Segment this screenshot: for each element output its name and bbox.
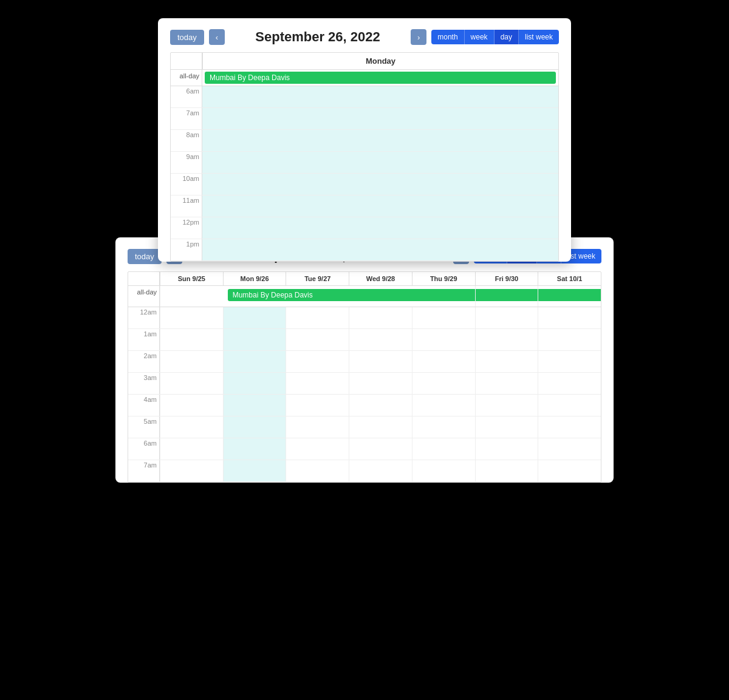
week-time-row-1am: 1am bbox=[128, 329, 601, 351]
wt-label-4am: 4am bbox=[128, 395, 160, 416]
week-col-sat: Sat 10/1 bbox=[538, 272, 601, 285]
top-time-grid[interactable]: 6am 7am 8am 9am 10am 11am bbox=[171, 86, 558, 261]
week-time-row-7am: 7am bbox=[128, 460, 601, 482]
top-header-empty bbox=[171, 53, 202, 69]
time-cell-8am bbox=[202, 130, 558, 151]
wt-fri-12am bbox=[475, 307, 538, 328]
time-cell-1pm bbox=[202, 239, 558, 260]
week-allday-fri bbox=[475, 286, 538, 307]
week-header-empty bbox=[128, 272, 160, 285]
top-prev-button[interactable]: ‹ bbox=[209, 29, 225, 45]
top-day-label: Monday bbox=[202, 53, 558, 69]
top-toolbar: today ‹ September 26, 2022 › month week … bbox=[170, 29, 559, 45]
week-col-fri: Fri 9/30 bbox=[475, 272, 538, 285]
top-allday-event-cell: Mumbai By Deepa Davis bbox=[202, 70, 558, 86]
wt-sun-12am bbox=[160, 307, 223, 328]
bottom-allday-label: all-day bbox=[128, 286, 160, 307]
week-allday-sun bbox=[160, 286, 223, 307]
week-allday-sat bbox=[538, 286, 601, 307]
week-time-row-12am: 12am bbox=[128, 307, 601, 329]
wt-label-5am: 5am bbox=[128, 416, 160, 438]
time-label-8am: 8am bbox=[171, 130, 202, 151]
week-col-wed: Wed 9/28 bbox=[349, 272, 412, 285]
wt-label-1am: 1am bbox=[128, 329, 160, 350]
time-cell-9am bbox=[202, 152, 558, 173]
bottom-card: today ‹ Sep 25 – Oct 1, 2022 › month wee… bbox=[115, 237, 614, 483]
time-cell-12pm bbox=[202, 217, 558, 239]
wt-label-6am: 6am bbox=[128, 438, 160, 460]
time-label-11am: 11am bbox=[171, 195, 202, 217]
time-cell-10am bbox=[202, 174, 558, 195]
top-view-buttons: month week day list week bbox=[431, 30, 559, 44]
time-label-1pm: 1pm bbox=[171, 239, 202, 260]
week-time-row-2am: 2am bbox=[128, 351, 601, 373]
week-col-thu: Thu 9/29 bbox=[412, 272, 475, 285]
week-time-row-4am: 4am bbox=[128, 395, 601, 416]
time-label-10am: 10am bbox=[171, 174, 202, 195]
wt-label-3am: 3am bbox=[128, 373, 160, 394]
wt-label-12am: 12am bbox=[128, 307, 160, 328]
week-col-mon: Mon 9/26 bbox=[223, 272, 286, 285]
bottom-today-button[interactable]: today bbox=[128, 249, 162, 264]
time-row: 6am bbox=[171, 86, 558, 108]
top-next-button[interactable]: › bbox=[411, 29, 426, 45]
time-row: 9am bbox=[171, 152, 558, 174]
bottom-time-grid[interactable]: 12am 1am 2am bbox=[128, 307, 601, 482]
bottom-week-header: Sun 9/25 Mon 9/26 Tue 9/27 Wed 9/28 Thu … bbox=[128, 272, 601, 286]
top-card: today ‹ September 26, 2022 › month week … bbox=[158, 18, 571, 262]
top-calendar: Monday all-day Mumbai By Deepa Davis 6am… bbox=[170, 52, 559, 262]
top-view-listweek[interactable]: list week bbox=[519, 30, 559, 44]
wt-mon-12am bbox=[223, 307, 286, 328]
time-row: 8am bbox=[171, 130, 558, 152]
week-time-row-6am: 6am bbox=[128, 438, 601, 460]
bottom-calendar: Sun 9/25 Mon 9/26 Tue 9/27 Wed 9/28 Thu … bbox=[128, 271, 601, 483]
time-row: 10am bbox=[171, 174, 558, 195]
top-view-week[interactable]: week bbox=[465, 30, 495, 44]
top-allday-label: all-day bbox=[171, 70, 202, 86]
top-view-day[interactable]: day bbox=[495, 30, 519, 44]
top-allday-row: all-day Mumbai By Deepa Davis bbox=[171, 70, 558, 86]
wt-tue-12am bbox=[286, 307, 349, 328]
wt-wed-12am bbox=[349, 307, 412, 328]
bottom-allday-row: all-day Mumbai By Deepa Davis bbox=[128, 286, 601, 307]
time-cell-11am bbox=[202, 195, 558, 217]
time-label-6am: 6am bbox=[171, 86, 202, 107]
top-title: September 26, 2022 bbox=[230, 29, 406, 45]
time-row: 11am bbox=[171, 195, 558, 217]
time-cell-7am bbox=[202, 108, 558, 129]
time-label-7am: 7am bbox=[171, 108, 202, 129]
week-col-tue: Tue 9/27 bbox=[286, 272, 349, 285]
time-row: 7am bbox=[171, 108, 558, 130]
wt-label-7am: 7am bbox=[128, 460, 160, 481]
week-time-row-5am: 5am bbox=[128, 416, 601, 438]
top-today-button[interactable]: today bbox=[170, 30, 204, 45]
top-day-header: Monday bbox=[171, 53, 558, 70]
wt-thu-12am bbox=[412, 307, 475, 328]
time-cell-6am bbox=[202, 86, 558, 107]
week-col-sun: Sun 9/25 bbox=[160, 272, 223, 285]
time-row: 1pm bbox=[171, 239, 558, 261]
time-label-9am: 9am bbox=[171, 152, 202, 173]
time-row: 12pm bbox=[171, 217, 558, 239]
wt-sat-12am bbox=[538, 307, 601, 328]
wt-label-2am: 2am bbox=[128, 351, 160, 372]
top-view-month[interactable]: month bbox=[431, 30, 464, 44]
top-allday-event[interactable]: Mumbai By Deepa Davis bbox=[205, 72, 556, 84]
bottom-allday-event-cell: Mumbai By Deepa Davis bbox=[223, 286, 475, 307]
time-label-12pm: 12pm bbox=[171, 217, 202, 239]
week-time-row-3am: 3am bbox=[128, 373, 601, 395]
